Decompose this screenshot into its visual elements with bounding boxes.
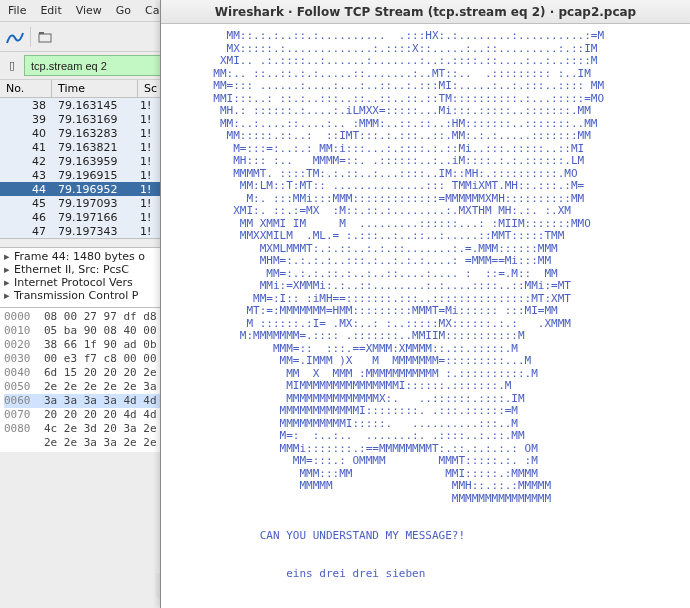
packet-time: 79.197093 [52, 197, 138, 210]
packet-time: 79.163959 [52, 155, 138, 168]
packet-time: 79.197343 [52, 225, 138, 238]
open-icon[interactable] [37, 29, 53, 45]
hex-offset: 0000 [4, 310, 44, 324]
packet-no: 47 [0, 225, 52, 238]
packet-time: 79.163145 [52, 99, 138, 112]
expand-icon[interactable]: ▸ [4, 263, 14, 276]
svg-rect-1 [39, 32, 44, 34]
filter-bookmark-icon[interactable]: ▯ [4, 58, 20, 74]
toolbar-separator [30, 27, 31, 47]
packet-no: 42 [0, 155, 52, 168]
hex-offset: 0020 [4, 338, 44, 352]
hex-offset: 0030 [4, 352, 44, 366]
hex-offset: 0060 [4, 394, 44, 408]
packet-no: 44 [0, 183, 52, 196]
packet-time: 79.163821 [52, 141, 138, 154]
packet-time: 79.197166 [52, 211, 138, 224]
hex-offset [4, 436, 44, 450]
packet-no: 46 [0, 211, 52, 224]
packet-no: 39 [0, 113, 52, 126]
column-no[interactable]: No. [0, 80, 52, 97]
packet-no: 45 [0, 197, 52, 210]
wireshark-logo-icon [6, 28, 24, 46]
menu-file[interactable]: File [8, 4, 26, 17]
follow-tcp-stream-window: Wireshark · Follow TCP Stream (tcp.strea… [160, 0, 690, 608]
packet-no: 40 [0, 127, 52, 140]
hex-offset: 0070 [4, 408, 44, 422]
hex-offset: 0050 [4, 380, 44, 394]
hex-offset: 0040 [4, 366, 44, 380]
packet-no: 38 [0, 99, 52, 112]
packet-time: 79.163283 [52, 127, 138, 140]
expand-icon[interactable]: ▸ [4, 276, 14, 289]
menu-view[interactable]: View [76, 4, 102, 17]
menu-edit[interactable]: Edit [40, 4, 61, 17]
packet-time: 79.163169 [52, 113, 138, 126]
packet-no: 43 [0, 169, 52, 182]
menu-go[interactable]: Go [116, 4, 131, 17]
packet-time: 79.196952 [52, 183, 138, 196]
hex-offset: 0080 [4, 422, 44, 436]
packet-time: 79.196915 [52, 169, 138, 182]
follow-stream-content[interactable]: MM::.:.:..::.:.......... .:::HX:.:......… [161, 24, 690, 608]
packet-no: 41 [0, 141, 52, 154]
svg-rect-0 [39, 34, 51, 42]
column-time[interactable]: Time [52, 80, 138, 97]
follow-window-title: Wireshark · Follow TCP Stream (tcp.strea… [161, 0, 690, 24]
expand-icon[interactable]: ▸ [4, 289, 14, 302]
expand-icon[interactable]: ▸ [4, 250, 14, 263]
hex-offset: 0010 [4, 324, 44, 338]
